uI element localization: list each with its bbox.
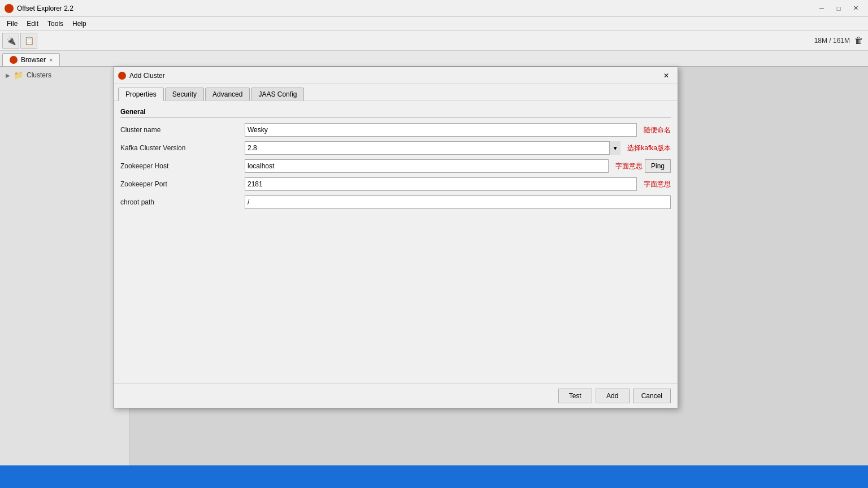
cluster-name-field-wrap: 随便命名 — [245, 123, 671, 137]
cancel-button[interactable]: Cancel — [633, 389, 671, 403]
dialog-body: General Cluster name 随便命名 Kafka Cluster … — [114, 101, 678, 384]
zookeeper-port-annotation: 字面意思 — [644, 180, 671, 189]
kafka-version-field-wrap: 2.8 ▼ 选择kafka版本 — [245, 141, 671, 155]
kafka-version-select-wrapper: 2.8 ▼ — [245, 141, 620, 155]
browser-tab-icon — [10, 56, 18, 64]
toolbar-left: 🔌 📋 — [2, 33, 37, 49]
menu-help[interactable]: Help — [68, 19, 91, 29]
kafka-version-annotation: 选择kafka版本 — [627, 143, 671, 153]
dialog-tab-bar: Properties Security Advanced JAAS Config — [114, 84, 678, 101]
chroot-path-row: chroot path — [120, 195, 671, 209]
menu-edit[interactable]: Edit — [22, 19, 43, 29]
dialog-overlay: Add Cluster ✕ Properties Security Advanc… — [0, 67, 868, 488]
cluster-name-input[interactable] — [245, 123, 637, 137]
kafka-version-row: Kafka Cluster Version 2.8 ▼ 选择kafka版本 — [120, 141, 671, 155]
tab-jaas-config-label: JAAS Config — [258, 90, 297, 98]
add-button[interactable]: Add — [596, 389, 630, 403]
tab-properties-label: Properties — [125, 90, 157, 98]
zookeeper-port-label: Zookeeper Port — [120, 180, 245, 188]
browser-tab-close[interactable]: × — [49, 56, 53, 63]
ping-button[interactable]: Ping — [645, 159, 671, 173]
tab-advanced[interactable]: Advanced — [205, 88, 250, 101]
chroot-path-input[interactable] — [245, 195, 671, 209]
add-cluster-dialog: Add Cluster ✕ Properties Security Advanc… — [113, 67, 678, 408]
zookeeper-port-field-wrap: 字面意思 — [245, 177, 671, 191]
section-general: General — [120, 108, 671, 117]
tab-jaas-config[interactable]: JAAS Config — [251, 88, 304, 101]
trash-icon[interactable]: 🗑 — [852, 34, 866, 47]
title-bar: Offset Explorer 2.2 ─ □ ✕ — [0, 0, 868, 17]
window-controls: ─ □ ✕ — [814, 2, 863, 15]
menu-bar: File Edit Tools Help — [0, 17, 868, 30]
dialog-title: Add Cluster — [129, 72, 659, 80]
zookeeper-host-label: Zookeeper Host — [120, 162, 245, 170]
toolbar: 🔌 📋 18M / 161M 🗑 — [0, 30, 868, 51]
menu-tools[interactable]: Tools — [43, 19, 68, 29]
memory-display: 18M / 161M — [814, 37, 850, 45]
tab-advanced-label: Advanced — [212, 90, 242, 98]
zookeeper-host-input[interactable] — [245, 159, 609, 173]
toolbar-connect-button[interactable]: 🔌 — [2, 33, 19, 49]
cluster-name-row: Cluster name 随便命名 — [120, 123, 671, 137]
app-content: ▶ 📁 Clusters Add Cluster ✕ Properties Se… — [0, 67, 868, 488]
app-title: Offset Explorer 2.2 — [17, 5, 814, 12]
browser-tab[interactable]: Browser × — [2, 53, 60, 66]
toolbar-clipboard-button[interactable]: 📋 — [20, 33, 37, 49]
dialog-icon — [118, 72, 126, 80]
zookeeper-port-row: Zookeeper Port 字面意思 — [120, 177, 671, 191]
close-button[interactable]: ✕ — [848, 2, 863, 15]
cluster-name-annotation: 随便命名 — [644, 125, 671, 135]
app-icon — [5, 4, 14, 13]
dialog-title-bar: Add Cluster ✕ — [114, 67, 678, 84]
zookeeper-port-input[interactable] — [245, 177, 637, 191]
tab-security[interactable]: Security — [165, 88, 204, 101]
tab-properties[interactable]: Properties — [118, 88, 164, 101]
maximize-button[interactable]: □ — [831, 2, 847, 15]
cluster-name-label: Cluster name — [120, 126, 245, 134]
chroot-path-label: chroot path — [120, 198, 245, 206]
minimize-button[interactable]: ─ — [814, 2, 830, 15]
kafka-version-select[interactable]: 2.8 — [245, 141, 620, 155]
kafka-version-label: Kafka Cluster Version — [120, 144, 245, 152]
menu-file[interactable]: File — [2, 19, 22, 29]
zookeeper-host-row: Zookeeper Host 字面意思 Ping — [120, 159, 671, 173]
dialog-footer: Test Add Cancel — [114, 384, 678, 408]
chroot-path-field-wrap — [245, 195, 671, 209]
main-tab-bar: Browser × — [0, 51, 868, 67]
zookeeper-host-annotation: 字面意思 — [615, 162, 643, 171]
zookeeper-host-field-wrap: 字面意思 Ping — [245, 159, 671, 173]
toolbar-right: 18M / 161M 🗑 — [814, 34, 866, 47]
tab-security-label: Security — [172, 90, 197, 98]
taskbar — [0, 465, 868, 488]
browser-tab-label: Browser — [21, 56, 46, 64]
test-button[interactable]: Test — [558, 389, 592, 403]
dialog-close-button[interactable]: ✕ — [659, 69, 673, 82]
